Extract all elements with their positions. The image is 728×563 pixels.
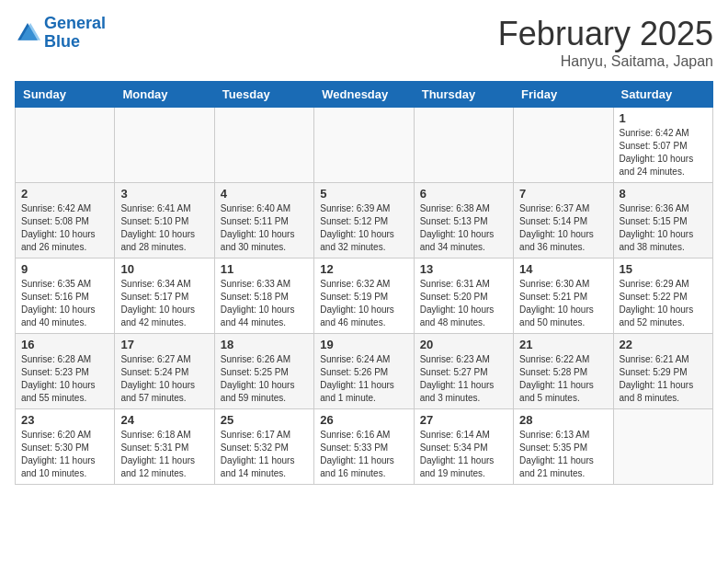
calendar-week-5: 23Sunrise: 6:20 AM Sunset: 5:30 PM Dayli… xyxy=(16,409,713,485)
day-info: Sunrise: 6:34 AM Sunset: 5:17 PM Dayligh… xyxy=(120,278,208,329)
day-info: Sunrise: 6:28 AM Sunset: 5:23 PM Dayligh… xyxy=(21,353,108,405)
logo: General Blue xyxy=(15,15,106,52)
weekday-header-monday: Monday xyxy=(115,82,214,108)
calendar-cell: 28Sunrise: 6:13 AM Sunset: 5:35 PM Dayli… xyxy=(514,409,613,485)
page-header: General Blue February 2025 Hanyu, Saitam… xyxy=(15,15,713,70)
day-info: Sunrise: 6:26 AM Sunset: 5:25 PM Dayligh… xyxy=(221,353,308,405)
calendar-cell: 26Sunrise: 6:16 AM Sunset: 5:33 PM Dayli… xyxy=(314,409,414,485)
day-number: 23 xyxy=(21,413,108,427)
location-title: Hanyu, Saitama, Japan xyxy=(498,53,713,70)
day-number: 18 xyxy=(221,338,308,351)
calendar-cell: 5Sunrise: 6:39 AM Sunset: 5:12 PM Daylig… xyxy=(314,183,414,259)
day-info: Sunrise: 6:32 AM Sunset: 5:19 PM Dayligh… xyxy=(320,278,407,329)
day-number: 10 xyxy=(120,262,208,276)
calendar-cell: 22Sunrise: 6:21 AM Sunset: 5:29 PM Dayli… xyxy=(613,334,712,409)
calendar-week-3: 9Sunrise: 6:35 AM Sunset: 5:16 PM Daylig… xyxy=(16,259,713,334)
day-number: 4 xyxy=(221,187,308,201)
calendar-cell: 3Sunrise: 6:41 AM Sunset: 5:10 PM Daylig… xyxy=(115,183,214,259)
day-info: Sunrise: 6:39 AM Sunset: 5:12 PM Dayligh… xyxy=(320,202,407,254)
day-info: Sunrise: 6:24 AM Sunset: 5:26 PM Dayligh… xyxy=(320,353,407,405)
calendar-cell: 18Sunrise: 6:26 AM Sunset: 5:25 PM Dayli… xyxy=(214,334,313,409)
day-number: 5 xyxy=(320,187,407,201)
calendar-cell xyxy=(613,409,712,485)
calendar-cell: 11Sunrise: 6:33 AM Sunset: 5:18 PM Dayli… xyxy=(214,259,313,334)
day-number: 3 xyxy=(120,187,208,201)
day-number: 7 xyxy=(519,187,607,201)
day-number: 28 xyxy=(519,413,607,427)
calendar-cell: 20Sunrise: 6:23 AM Sunset: 5:27 PM Dayli… xyxy=(414,334,513,409)
title-block: February 2025 Hanyu, Saitama, Japan xyxy=(498,15,713,70)
calendar-cell: 15Sunrise: 6:29 AM Sunset: 5:22 PM Dayli… xyxy=(613,259,712,334)
day-info: Sunrise: 6:41 AM Sunset: 5:10 PM Dayligh… xyxy=(120,202,208,254)
day-number: 26 xyxy=(320,413,407,427)
logo-icon xyxy=(15,20,40,46)
day-info: Sunrise: 6:23 AM Sunset: 5:27 PM Dayligh… xyxy=(420,353,507,405)
calendar-cell: 13Sunrise: 6:31 AM Sunset: 5:20 PM Dayli… xyxy=(414,259,513,334)
day-number: 27 xyxy=(420,413,507,427)
day-number: 17 xyxy=(120,338,208,351)
day-info: Sunrise: 6:35 AM Sunset: 5:16 PM Dayligh… xyxy=(21,278,108,329)
day-number: 11 xyxy=(221,262,308,276)
calendar-cell: 16Sunrise: 6:28 AM Sunset: 5:23 PM Dayli… xyxy=(16,334,115,409)
calendar-cell: 1Sunrise: 6:42 AM Sunset: 5:07 PM Daylig… xyxy=(613,108,712,183)
calendar-cell: 23Sunrise: 6:20 AM Sunset: 5:30 PM Dayli… xyxy=(16,409,115,485)
calendar-cell xyxy=(514,108,613,183)
calendar-week-2: 2Sunrise: 6:42 AM Sunset: 5:08 PM Daylig… xyxy=(16,183,713,259)
day-info: Sunrise: 6:21 AM Sunset: 5:29 PM Dayligh… xyxy=(620,353,707,405)
day-info: Sunrise: 6:42 AM Sunset: 5:08 PM Dayligh… xyxy=(21,202,108,254)
calendar-table: SundayMondayTuesdayWednesdayThursdayFrid… xyxy=(15,81,713,485)
day-info: Sunrise: 6:38 AM Sunset: 5:13 PM Dayligh… xyxy=(420,202,507,254)
calendar-cell: 12Sunrise: 6:32 AM Sunset: 5:19 PM Dayli… xyxy=(314,259,414,334)
day-info: Sunrise: 6:33 AM Sunset: 5:18 PM Dayligh… xyxy=(221,278,308,329)
day-number: 14 xyxy=(519,262,607,276)
day-number: 8 xyxy=(620,187,707,201)
day-number: 13 xyxy=(420,262,507,276)
day-number: 24 xyxy=(120,413,208,427)
calendar-cell: 19Sunrise: 6:24 AM Sunset: 5:26 PM Dayli… xyxy=(314,334,414,409)
day-info: Sunrise: 6:16 AM Sunset: 5:33 PM Dayligh… xyxy=(320,429,407,480)
day-number: 22 xyxy=(620,338,707,351)
day-info: Sunrise: 6:42 AM Sunset: 5:07 PM Dayligh… xyxy=(620,127,707,178)
calendar-cell: 2Sunrise: 6:42 AM Sunset: 5:08 PM Daylig… xyxy=(16,183,115,259)
calendar-week-4: 16Sunrise: 6:28 AM Sunset: 5:23 PM Dayli… xyxy=(16,334,713,409)
weekday-header-saturday: Saturday xyxy=(613,82,712,108)
calendar-cell: 4Sunrise: 6:40 AM Sunset: 5:11 PM Daylig… xyxy=(214,183,313,259)
day-number: 12 xyxy=(320,262,407,276)
day-info: Sunrise: 6:40 AM Sunset: 5:11 PM Dayligh… xyxy=(221,202,308,254)
calendar-cell: 7Sunrise: 6:37 AM Sunset: 5:14 PM Daylig… xyxy=(514,183,613,259)
calendar-cell xyxy=(16,108,115,183)
calendar-week-1: 1Sunrise: 6:42 AM Sunset: 5:07 PM Daylig… xyxy=(16,108,713,183)
weekday-header-sunday: Sunday xyxy=(16,82,115,108)
day-info: Sunrise: 6:29 AM Sunset: 5:22 PM Dayligh… xyxy=(620,278,707,329)
day-number: 6 xyxy=(420,187,507,201)
day-info: Sunrise: 6:14 AM Sunset: 5:34 PM Dayligh… xyxy=(420,429,507,480)
weekday-header-tuesday: Tuesday xyxy=(214,82,313,108)
day-number: 21 xyxy=(519,338,607,351)
calendar-cell: 17Sunrise: 6:27 AM Sunset: 5:24 PM Dayli… xyxy=(115,334,214,409)
day-info: Sunrise: 6:27 AM Sunset: 5:24 PM Dayligh… xyxy=(120,353,208,405)
day-number: 16 xyxy=(21,338,108,351)
day-info: Sunrise: 6:37 AM Sunset: 5:14 PM Dayligh… xyxy=(519,202,607,254)
day-number: 20 xyxy=(420,338,507,351)
day-info: Sunrise: 6:17 AM Sunset: 5:32 PM Dayligh… xyxy=(221,429,308,480)
calendar-cell: 8Sunrise: 6:36 AM Sunset: 5:15 PM Daylig… xyxy=(613,183,712,259)
calendar-cell: 10Sunrise: 6:34 AM Sunset: 5:17 PM Dayli… xyxy=(115,259,214,334)
day-number: 19 xyxy=(320,338,407,351)
day-info: Sunrise: 6:13 AM Sunset: 5:35 PM Dayligh… xyxy=(519,429,607,480)
weekday-header-wednesday: Wednesday xyxy=(314,82,414,108)
day-info: Sunrise: 6:31 AM Sunset: 5:20 PM Dayligh… xyxy=(420,278,507,329)
calendar-cell: 27Sunrise: 6:14 AM Sunset: 5:34 PM Dayli… xyxy=(414,409,513,485)
day-info: Sunrise: 6:30 AM Sunset: 5:21 PM Dayligh… xyxy=(519,278,607,329)
calendar-cell: 21Sunrise: 6:22 AM Sunset: 5:28 PM Dayli… xyxy=(514,334,613,409)
day-number: 2 xyxy=(21,187,108,201)
weekday-header-thursday: Thursday xyxy=(414,82,513,108)
day-info: Sunrise: 6:18 AM Sunset: 5:31 PM Dayligh… xyxy=(120,429,208,480)
day-info: Sunrise: 6:36 AM Sunset: 5:15 PM Dayligh… xyxy=(620,202,707,254)
calendar-cell: 24Sunrise: 6:18 AM Sunset: 5:31 PM Dayli… xyxy=(115,409,214,485)
day-number: 25 xyxy=(221,413,308,427)
calendar-cell xyxy=(115,108,214,183)
calendar-cell xyxy=(214,108,313,183)
day-number: 15 xyxy=(620,262,707,276)
day-info: Sunrise: 6:22 AM Sunset: 5:28 PM Dayligh… xyxy=(519,353,607,405)
month-title: February 2025 xyxy=(498,15,713,53)
